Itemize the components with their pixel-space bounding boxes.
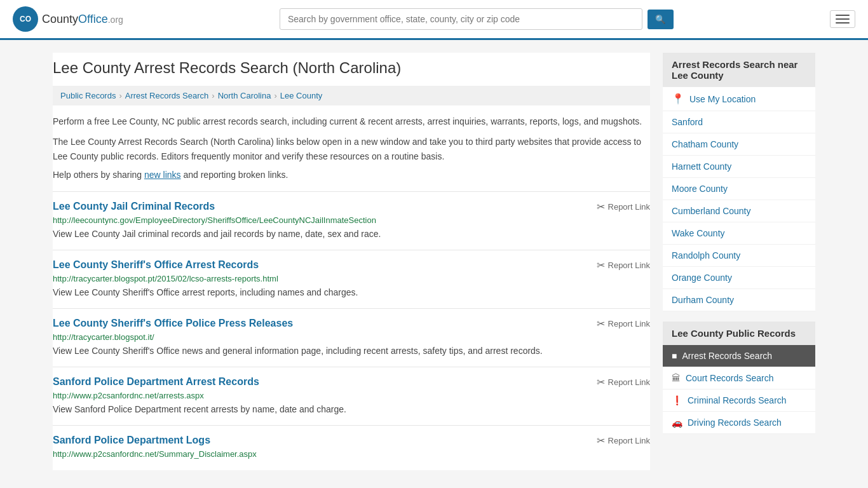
result-title-link[interactable]: Lee County Sheriff's Office Arrest Recor… bbox=[53, 259, 259, 270]
pr-icon-0: ■ bbox=[672, 351, 677, 361]
report-link-label: Report Link bbox=[608, 377, 650, 387]
search-icon: 🔍 bbox=[655, 15, 666, 24]
result-title: Sanford Police Department Arrest Records bbox=[53, 376, 259, 388]
result-title-link[interactable]: Lee County Sheriff's Office Police Press… bbox=[53, 318, 293, 329]
result-url: http://www.p2csanfordnc.net/arrests.aspx bbox=[53, 391, 650, 400]
logo-text: CountyOffice.org bbox=[42, 13, 123, 26]
result-desc: View Lee County Sheriff's Office arrest … bbox=[53, 286, 650, 299]
nearby-item-1[interactable]: Sanford bbox=[663, 111, 815, 133]
result-header: Lee County Sheriff's Office Arrest Recor… bbox=[53, 259, 650, 271]
pr-icon-3: 🚗 bbox=[672, 417, 682, 428]
intro-paragraph-1: Perform a free Lee County, NC public arr… bbox=[53, 114, 650, 128]
nearby-item-5[interactable]: Cumberland County bbox=[663, 200, 815, 222]
result-item: Sanford Police Department Logs ✂ Report … bbox=[53, 425, 650, 470]
nearby-link[interactable]: Moore County bbox=[672, 184, 728, 194]
nearby-item-7[interactable]: Randolph County bbox=[663, 245, 815, 267]
nearby-item-0[interactable]: 📍Use My Location bbox=[663, 87, 815, 111]
result-header: Sanford Police Department Arrest Records… bbox=[53, 376, 650, 388]
public-records-header: Lee County Public Records bbox=[663, 322, 815, 345]
public-record-item-2[interactable]: ❗ Criminal Records Search bbox=[663, 390, 815, 412]
result-title: Lee County Sheriff's Office Police Press… bbox=[53, 318, 293, 329]
nearby-item-6[interactable]: Wake County bbox=[663, 222, 815, 245]
search-input[interactable] bbox=[280, 8, 642, 30]
result-title-link[interactable]: Sanford Police Department Arrest Records bbox=[53, 376, 259, 387]
intro-paragraph-2: The Lee County Arrest Records Search (No… bbox=[53, 135, 650, 163]
public-record-item-1[interactable]: 🏛 Court Records Search bbox=[663, 367, 815, 390]
pr-link-2[interactable]: Criminal Records Search bbox=[688, 395, 787, 405]
sidebar: Arrest Records Search near Lee County 📍U… bbox=[663, 53, 815, 470]
nearby-section: Arrest Records Search near Lee County 📍U… bbox=[663, 53, 815, 311]
report-link-button[interactable]: ✂ Report Link bbox=[597, 318, 650, 330]
public-records-section: Lee County Public Records ■ Arrest Recor… bbox=[663, 322, 815, 434]
breadcrumb-north-carolina[interactable]: North Carolina bbox=[218, 91, 271, 100]
hamburger-menu-button[interactable] bbox=[830, 10, 855, 28]
pr-link-3[interactable]: Driving Records Search bbox=[688, 417, 782, 428]
svg-text:CO: CO bbox=[20, 15, 31, 24]
share-text-pre: Help others by sharing bbox=[53, 170, 144, 180]
result-title: Sanford Police Department Logs bbox=[53, 435, 210, 446]
nearby-item-3[interactable]: Harnett County bbox=[663, 156, 815, 178]
breadcrumb-lee-county[interactable]: Lee County bbox=[280, 91, 323, 100]
nearby-link[interactable]: Chatham County bbox=[672, 139, 738, 149]
logo-area: CO CountyOffice.org bbox=[13, 6, 123, 32]
nearby-link[interactable]: Sanford bbox=[672, 117, 703, 127]
result-header: Lee County Jail Criminal Records ✂ Repor… bbox=[53, 201, 650, 213]
result-title: Lee County Sheriff's Office Arrest Recor… bbox=[53, 259, 259, 271]
nearby-link[interactable]: Wake County bbox=[672, 228, 725, 238]
nearby-link[interactable]: Cumberland County bbox=[672, 206, 751, 216]
nearby-item-9[interactable]: Durham County bbox=[663, 289, 815, 311]
report-link-label: Report Link bbox=[608, 436, 650, 445]
breadcrumb: Public Records › Arrest Records Search ›… bbox=[53, 86, 650, 105]
breadcrumb-public-records[interactable]: Public Records bbox=[60, 91, 116, 100]
results-container: Lee County Jail Criminal Records ✂ Repor… bbox=[53, 191, 650, 470]
nearby-link[interactable]: Use My Location bbox=[689, 94, 756, 104]
new-links-link[interactable]: new links bbox=[144, 170, 181, 180]
search-bar-area: 🔍 bbox=[280, 8, 674, 30]
result-title: Lee County Jail Criminal Records bbox=[53, 201, 215, 212]
report-icon: ✂ bbox=[597, 435, 605, 447]
search-button[interactable]: 🔍 bbox=[648, 10, 674, 29]
report-icon: ✂ bbox=[597, 318, 605, 330]
result-title-link[interactable]: Lee County Jail Criminal Records bbox=[53, 201, 215, 212]
report-link-label: Report Link bbox=[608, 261, 650, 270]
nearby-item-8[interactable]: Orange County bbox=[663, 267, 815, 289]
result-title-link[interactable]: Sanford Police Department Logs bbox=[53, 435, 210, 445]
result-desc: View Lee County Jail criminal records an… bbox=[53, 227, 650, 241]
report-icon: ✂ bbox=[597, 376, 605, 388]
nearby-item-2[interactable]: Chatham County bbox=[663, 133, 815, 156]
report-link-button[interactable]: ✂ Report Link bbox=[597, 259, 650, 271]
public-records-container: ■ Arrest Records Search 🏛 Court Records … bbox=[663, 345, 815, 434]
report-link-button[interactable]: ✂ Report Link bbox=[597, 435, 650, 447]
logo-icon: CO bbox=[13, 6, 38, 32]
nearby-items-container: 📍Use My LocationSanfordChatham CountyHar… bbox=[663, 87, 815, 311]
report-link-button[interactable]: ✂ Report Link bbox=[597, 201, 650, 213]
report-link-label: Report Link bbox=[608, 319, 650, 329]
nearby-link[interactable]: Durham County bbox=[672, 295, 734, 305]
nearby-link[interactable]: Orange County bbox=[672, 273, 732, 283]
report-link-label: Report Link bbox=[608, 202, 650, 212]
content-area: Lee County Arrest Records Search (North … bbox=[53, 53, 650, 470]
result-item: Lee County Sheriff's Office Arrest Recor… bbox=[53, 250, 650, 308]
site-header: CO CountyOffice.org 🔍 bbox=[0, 0, 868, 40]
pr-link-0[interactable]: Arrest Records Search bbox=[682, 351, 772, 361]
report-icon: ✂ bbox=[597, 259, 605, 271]
pr-icon-1: 🏛 bbox=[672, 373, 681, 383]
nearby-link[interactable]: Harnett County bbox=[672, 161, 731, 172]
breadcrumb-sep-1: › bbox=[119, 91, 121, 100]
nearby-link[interactable]: Randolph County bbox=[672, 250, 740, 261]
result-url: http://www.p2csanfordnc.net/Summary_Disc… bbox=[53, 449, 650, 459]
public-record-item-3[interactable]: 🚗 Driving Records Search bbox=[663, 412, 815, 434]
pr-link-1[interactable]: Court Records Search bbox=[686, 373, 774, 383]
result-desc: View Lee County Sheriff's Office news an… bbox=[53, 344, 650, 358]
page-title: Lee County Arrest Records Search (North … bbox=[53, 53, 650, 77]
nearby-header: Arrest Records Search near Lee County bbox=[663, 53, 815, 87]
breadcrumb-arrest-records[interactable]: Arrest Records Search bbox=[125, 91, 209, 100]
nearby-item-4[interactable]: Moore County bbox=[663, 178, 815, 200]
result-item: Sanford Police Department Arrest Records… bbox=[53, 367, 650, 425]
result-item: Lee County Sheriff's Office Police Press… bbox=[53, 308, 650, 367]
share-text-post: and reporting broken links. bbox=[181, 170, 288, 180]
result-desc: View Sanford Police Department recent ar… bbox=[53, 403, 650, 416]
public-record-item-0[interactable]: ■ Arrest Records Search bbox=[663, 345, 815, 367]
breadcrumb-sep-3: › bbox=[274, 91, 276, 100]
report-link-button[interactable]: ✂ Report Link bbox=[597, 376, 650, 388]
